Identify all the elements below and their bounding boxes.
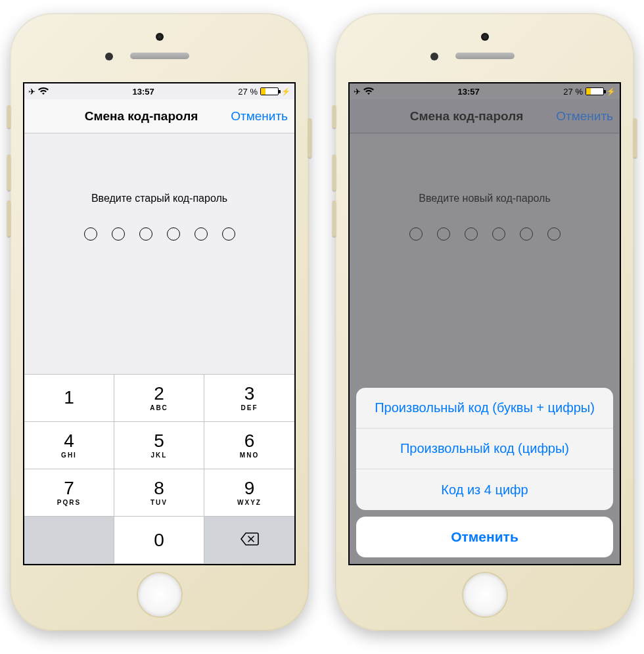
key-3[interactable]: 3DEF [204,375,294,422]
action-sheet-options: Произвольный код (буквы + цифры) Произво… [356,388,613,510]
prox-sensor [105,53,113,60]
passcode-dots [84,227,235,241]
passcode-dot [112,227,125,241]
passcode-dot [492,227,505,241]
passcode-dot [222,227,235,241]
charging-icon: ⚡ [281,87,290,96]
passcode-dot [437,227,450,241]
passcode-prompt-area: Введите старый код-пароль [24,133,294,374]
prompt-text: Введите новый код-пароль [419,193,551,204]
mute-switch [7,105,11,128]
passcode-dot [547,227,561,241]
battery-icon [586,87,604,95]
home-button[interactable] [462,572,508,618]
status-bar: ✈ 13:57 27 % ⚡ [24,83,294,99]
screen-left: ✈ 13:57 27 % ⚡ Смена код-пароля Отменить… [23,82,296,565]
battery-icon [260,87,279,95]
battery-pct: 27 % [238,87,258,97]
nav-title: Смена код-пароля [85,109,198,124]
airplane-icon: ✈ [28,87,35,97]
option-alphanumeric[interactable]: Произвольный код (буквы + цифры) [356,388,613,429]
mute-switch [333,105,336,128]
key-1[interactable]: 1 [24,375,114,422]
phone-left: ✈ 13:57 27 % ⚡ Смена код-пароля Отменить… [10,13,309,631]
wifi-icon [38,87,49,95]
passcode-dot [167,227,180,241]
nav-cancel-button[interactable]: Отменить [231,109,288,124]
passcode-dot [84,227,97,241]
front-camera [481,33,489,41]
charging-icon: ⚡ [607,87,616,96]
screen-right: ✈ 13:57 27 % ⚡ Смена код-пароля Отменить… [348,82,621,565]
passcode-dot [520,227,533,241]
status-time: 13:57 [458,87,480,97]
volume-down-button [333,200,336,237]
volume-up-button [333,154,336,191]
power-button [633,118,637,158]
prox-sensor [430,53,438,60]
key-backspace[interactable] [204,517,294,564]
key-9[interactable]: 9WXYZ [204,469,294,517]
backspace-icon [240,532,260,549]
key-0[interactable]: 0 [114,517,204,564]
volume-down-button [7,200,11,237]
key-4[interactable]: 4GHI [24,422,114,469]
wifi-icon [363,87,374,95]
number-keypad: 1 2ABC 3DEF 4GHI 5JKL 6MNO 7PQRS 8TUV 9W… [24,374,294,564]
passcode-dot [195,227,208,241]
key-2[interactable]: 2ABC [114,375,204,422]
airplane-icon: ✈ [354,87,361,97]
passcode-dot [465,227,478,241]
action-sheet-cancel[interactable]: Отменить [356,517,613,557]
nav-cancel-button[interactable]: Отменить [556,109,613,124]
key-5[interactable]: 5JKL [114,422,204,469]
key-8[interactable]: 8TUV [114,469,204,517]
key-empty [24,517,114,564]
passcode-dots [409,227,561,241]
nav-title: Смена код-пароля [410,109,524,124]
status-time: 13:57 [133,87,154,97]
action-sheet: Произвольный код (буквы + цифры) Произво… [350,381,620,564]
power-button [308,118,311,158]
battery-pct: 27 % [563,87,583,97]
key-7[interactable]: 7PQRS [24,469,114,517]
passcode-dot [409,227,423,241]
key-6[interactable]: 6MNO [204,422,294,469]
front-camera [156,33,164,41]
volume-up-button [7,154,11,191]
nav-bar: Смена код-пароля Отменить [24,99,294,133]
passcode-dot [139,227,152,241]
option-numeric[interactable]: Произвольный код (цифры) [356,429,613,469]
option-4digit[interactable]: Код из 4 цифр [356,469,613,510]
home-button[interactable] [137,572,183,618]
prompt-text: Введите старый код-пароль [91,193,227,204]
nav-bar: Смена код-пароля Отменить [350,99,620,133]
status-bar: ✈ 13:57 27 % ⚡ [350,83,620,99]
phone-right: ✈ 13:57 27 % ⚡ Смена код-пароля Отменить… [335,13,634,631]
